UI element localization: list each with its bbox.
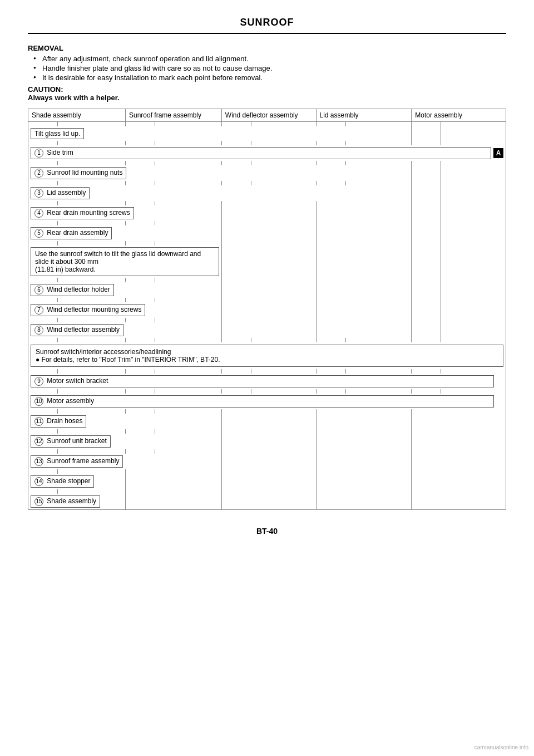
diagram-table: Shade assembly Sunroof frame assembly Wi…	[28, 109, 506, 510]
bullet-item-3: It is desirable for easy installation to…	[33, 73, 506, 82]
step-shade-assembly: 15 Shade assembly	[28, 494, 506, 510]
step-shade-stopper: 14 Shade stopper	[28, 474, 506, 489]
connector-row	[28, 298, 506, 302]
connector-row	[28, 429, 506, 434]
step-motor-switch-bracket: 9 Motor switch bracket	[28, 374, 506, 389]
page: SUNROOF REMOVAL After any adjustment, ch…	[0, 0, 534, 756]
shade-assembly-box: 15 Shade assembly	[31, 495, 100, 508]
caution-heading: CAUTION:	[28, 85, 506, 94]
connector-row	[28, 181, 506, 185]
step-wind-screws: 7 Wind deflector mounting screws	[28, 302, 506, 318]
rear-drain-assembly-box: 5 Rear drain assembly	[31, 227, 112, 239]
step-lid-assembly: 3 Lid assembly	[28, 185, 506, 201]
step-side-trim: 1 Side trim A	[28, 145, 506, 161]
step-rear-drain-assembly: 5 Rear drain assembly	[28, 225, 506, 241]
step-mounting-nuts: 2 Sunroof lid mounting nuts	[28, 165, 506, 181]
bullet-item-2: Handle finisher plate and glass lid with…	[33, 64, 506, 72]
col-header-shade: Shade assembly	[28, 109, 126, 122]
step-wind-holder: 6 Wind deflector holder	[28, 282, 506, 298]
shade-stopper-box: 14 Shade stopper	[31, 475, 94, 488]
bullet-list: After any adjustment, check sunroof oper…	[28, 55, 506, 82]
side-trim-box: 1 Side trim	[31, 147, 491, 159]
badge-a: A	[493, 148, 503, 158]
rear-drain-screws-box: 4 Rear drain mounting screws	[31, 207, 134, 219]
step-sunroof-bracket: 12 Sunroof unit bracket	[28, 434, 506, 449]
connector-row	[28, 369, 506, 374]
step-drain-hoses: 11 Drain hoses	[28, 414, 506, 429]
connector-row	[28, 409, 506, 414]
caution-subtext: Always work with a helper.	[28, 94, 506, 102]
sunroof-frame-box: 13 Sunroof frame assembly	[31, 455, 123, 468]
connector-row	[28, 161, 506, 165]
switch-interior-box: Sunroof switch/interior accessories/head…	[31, 345, 503, 367]
step-rear-drain-screws: 4 Rear drain mounting screws	[28, 205, 506, 221]
col-header-motor: Motor assembly	[412, 109, 506, 122]
drain-hoses-box: 11 Drain hoses	[31, 415, 86, 428]
connector-row	[28, 201, 506, 205]
col-header-lid: Lid assembly	[316, 109, 412, 122]
step-wind-assembly: 8 Wind deflector assembly	[28, 322, 506, 338]
connector-row	[28, 449, 506, 454]
wind-screws-box: 7 Wind deflector mounting screws	[31, 304, 145, 316]
connector-row	[28, 221, 506, 225]
page-title: SUNROOF	[28, 17, 506, 34]
tilt-glass-box: Tilt glass lid up.	[31, 128, 84, 139]
step-switch-note: Use the sunroof switch to tilt the glass…	[28, 246, 506, 278]
step-switch-interior: Sunroof switch/interior accessories/head…	[28, 342, 506, 369]
connector-row	[28, 241, 506, 246]
step-tilt-glass: Tilt glass lid up.	[28, 126, 506, 141]
wind-holder-box: 6 Wind deflector holder	[31, 284, 114, 296]
watermark: carmanualsonline.info	[474, 744, 528, 750]
sunroof-bracket-box: 12 Sunroof unit bracket	[31, 435, 111, 448]
motor-switch-bracket-box: 9 Motor switch bracket	[31, 375, 494, 387]
step-motor-assembly: 10 Motor assembly	[28, 394, 506, 409]
connector-row	[28, 489, 506, 494]
page-number: BT-40	[28, 527, 506, 536]
mounting-nuts-box: 2 Sunroof lid mounting nuts	[31, 167, 126, 179]
lid-assembly-box: 3 Lid assembly	[31, 187, 90, 199]
section-heading: REMOVAL	[28, 44, 506, 52]
connector-row	[28, 278, 506, 282]
col-header-wind: Wind deflector assembly	[221, 109, 316, 122]
connector-row	[28, 469, 506, 474]
bullet-item-1: After any adjustment, check sunroof oper…	[33, 55, 506, 63]
step-sunroof-frame: 13 Sunroof frame assembly	[28, 454, 506, 469]
col-header-sunroof: Sunroof frame assembly	[125, 109, 221, 122]
connector-row	[28, 389, 506, 394]
motor-assembly-box: 10 Motor assembly	[31, 395, 494, 408]
connector-row	[28, 338, 506, 342]
connector-row	[28, 141, 506, 145]
connector-row	[28, 122, 506, 126]
switch-note-box: Use the sunroof switch to tilt the glass…	[31, 247, 219, 276]
wind-assembly-box: 8 Wind deflector assembly	[31, 324, 123, 336]
diagram-header-row: Shade assembly Sunroof frame assembly Wi…	[28, 109, 506, 122]
connector-row	[28, 318, 506, 322]
